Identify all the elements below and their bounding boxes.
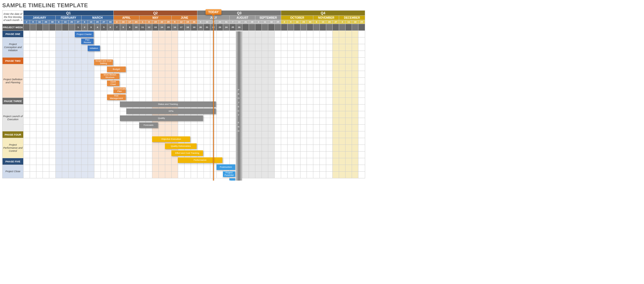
week-date: 24 — [133, 20, 139, 24]
grid-cell — [307, 84, 313, 91]
grid-cell — [197, 51, 204, 58]
grid-cell — [81, 98, 88, 105]
grid-cell — [307, 71, 313, 78]
grid-cell — [101, 125, 107, 131]
grid-cell — [172, 37, 178, 44]
grid-cell — [223, 105, 230, 111]
grid-cell — [249, 158, 255, 165]
task-bar[interactable]: Forecasts — [139, 122, 158, 128]
grid-cell — [56, 31, 62, 37]
task-bar[interactable]: Plan Review — [81, 39, 94, 44]
grid-cell — [146, 51, 152, 58]
task-bar[interactable]: Project Charter — [75, 32, 94, 37]
grid-cell — [62, 125, 69, 131]
task-bar[interactable]: Project Punchlist — [223, 171, 235, 177]
grid-cell — [223, 118, 230, 125]
grid-cell — [101, 64, 107, 71]
task-bar[interactable]: Quality Deliverables — [165, 143, 197, 149]
grid-cell — [49, 125, 56, 131]
task-bar[interactable]: Work Bkdwn Structure — [101, 74, 119, 79]
task-bar[interactable]: Objective Execution — [152, 136, 190, 142]
grid-cell — [36, 31, 43, 37]
grid-cell — [43, 58, 49, 64]
task-bar[interactable]: Budget — [107, 67, 126, 72]
grid-cell — [255, 31, 262, 37]
grid-cell — [30, 71, 36, 78]
grid-cell — [49, 84, 56, 91]
grid-cell — [300, 58, 307, 64]
task-bar[interactable]: Communication Plan — [113, 87, 126, 93]
grid-cell — [94, 111, 101, 118]
grid-cell — [172, 158, 178, 165]
grid-cell — [255, 105, 262, 111]
grid-cell — [197, 58, 204, 64]
grid-cell — [127, 91, 133, 98]
grid-cell — [307, 118, 313, 125]
grid-cell — [30, 31, 36, 37]
grid-cell — [358, 31, 365, 37]
grid-cell — [281, 125, 288, 131]
grid-cell — [49, 91, 56, 98]
grid-cell — [114, 125, 120, 131]
grid-cell — [30, 131, 36, 138]
grid-cell — [56, 165, 62, 172]
project-week-cell — [62, 24, 69, 31]
task-bar[interactable]: Quality — [120, 115, 203, 121]
grid-cell — [69, 84, 75, 91]
grid-cell — [230, 58, 236, 64]
grid-cell — [275, 71, 281, 78]
task-bar[interactable]: Status and Tracking — [120, 101, 216, 107]
grid-cell — [133, 44, 139, 51]
grid-cell — [326, 84, 333, 91]
grid-cell — [346, 138, 352, 145]
project-week-cell — [288, 24, 294, 31]
grid-cell — [120, 131, 127, 138]
week-date: 6 — [56, 20, 62, 24]
task-bar[interactable]: Report — [229, 178, 235, 181]
grid-cell — [43, 152, 49, 158]
project-week-cell: 26 — [236, 24, 242, 31]
grid-cell — [320, 98, 326, 105]
grid-cell — [268, 98, 275, 105]
grid-cell — [358, 78, 365, 84]
task-bar[interactable]: Initiation — [88, 46, 100, 51]
grid-cell — [178, 44, 185, 51]
grid-cell — [230, 138, 236, 145]
project-week-cell — [268, 24, 275, 31]
grid-cell — [223, 98, 230, 105]
grid-cell — [339, 71, 346, 78]
grid-cell — [262, 91, 268, 98]
grid-cell — [275, 78, 281, 84]
project-week-cell: 19 — [191, 24, 197, 31]
grid-cell — [358, 152, 365, 158]
grid-cell — [358, 172, 365, 178]
task-bar[interactable]: Scope and Goal Setting — [94, 60, 113, 65]
grid-cell — [333, 158, 339, 165]
grid-cell — [75, 111, 81, 118]
grid-cell — [230, 51, 236, 58]
grid-cell — [333, 172, 339, 178]
task-bar[interactable]: Risk Management — [107, 94, 126, 100]
task-bar[interactable]: Effort and Cost Tracking — [171, 150, 203, 156]
week-date: 17 — [127, 20, 133, 24]
grid-cell — [300, 91, 307, 98]
project-week-cell: 20 — [197, 24, 204, 31]
task-bar[interactable]: KPIs — [126, 108, 216, 114]
project-week-cell — [339, 24, 346, 31]
grid-cell — [165, 125, 172, 131]
grid-cell — [36, 44, 43, 51]
project-week-cell: 13 — [152, 24, 159, 31]
week-date: 16 — [294, 20, 300, 24]
task-bar[interactable]: Gantt Chart — [107, 81, 119, 86]
grid-cell — [191, 37, 197, 44]
grid-cell — [69, 131, 75, 138]
grid-cell — [339, 118, 346, 125]
project-week-cell: 11 — [139, 24, 146, 31]
grid-cell — [281, 131, 288, 138]
project-week-cell — [56, 24, 62, 31]
grid-cell — [69, 91, 75, 98]
grid-cell — [24, 84, 30, 91]
grid-cell — [294, 58, 300, 64]
grid-cell — [178, 64, 185, 71]
grid-cell — [288, 172, 294, 178]
